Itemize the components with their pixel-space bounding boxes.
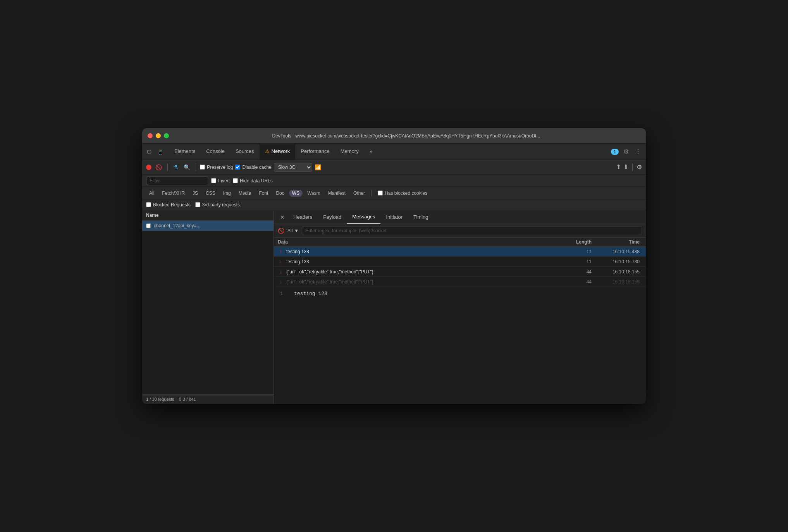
filter-doc[interactable]: Doc <box>273 190 287 197</box>
message-filter-input[interactable] <box>302 227 642 235</box>
disable-cache-label[interactable]: Disable cache <box>235 165 271 170</box>
request-checkbox[interactable] <box>146 223 151 228</box>
preserve-log-label[interactable]: Preserve log <box>200 165 233 170</box>
message-time-3: 16:10:18.156 <box>592 279 642 285</box>
message-row-0[interactable]: ↑ testing 123 11 16:10:15.488 <box>274 247 646 257</box>
request-list-header: Name <box>142 210 274 221</box>
detail-line: 1 testing 123 <box>280 291 640 297</box>
filter-manifest[interactable]: Manifest <box>325 190 349 197</box>
type-filter-bar: All Fetch/XHR JS CSS Img Media Font Doc … <box>142 187 646 199</box>
tab-more[interactable]: » <box>364 144 378 160</box>
message-row-2[interactable]: ↓ {"url":"ok","retryable":true,"method":… <box>274 267 646 277</box>
message-time-2: 16:10:18.155 <box>592 269 642 275</box>
message-detail: 1 testing 123 <box>274 287 646 404</box>
col-header-length: Length <box>553 239 592 245</box>
sub-tab-payload[interactable]: Payload <box>318 210 347 224</box>
invert-checkbox[interactable] <box>211 178 216 183</box>
blocked-requests-checkbox[interactable] <box>146 202 151 207</box>
filter-all[interactable]: All <box>146 190 157 197</box>
filter-ws[interactable]: WS <box>289 190 303 197</box>
tab-sources[interactable]: Sources <box>230 144 260 160</box>
filter-icon[interactable]: ⚗ <box>172 163 180 171</box>
message-row-1[interactable]: ↓ testing 123 11 16:10:15.730 <box>274 257 646 267</box>
disable-cache-checkbox[interactable] <box>235 165 240 170</box>
filter-fetch-xhr[interactable]: Fetch/XHR <box>159 190 188 197</box>
record-button[interactable] <box>146 165 151 170</box>
arrow-up-icon-0: ↑ <box>278 249 284 254</box>
request-item[interactable]: channel_1?api_key=... <box>142 221 274 231</box>
minimize-button[interactable] <box>156 133 161 138</box>
has-blocked-cookies-checkbox[interactable] <box>378 190 383 196</box>
filter-wasm[interactable]: Wasm <box>304 190 323 197</box>
block-filter-icon[interactable]: 🚫 <box>278 228 284 234</box>
detail-line-number: 1 <box>280 291 288 297</box>
filter-img[interactable]: Img <box>220 190 234 197</box>
device-icon[interactable]: 📱 <box>155 147 165 156</box>
wifi-icon[interactable]: 📶 <box>315 164 321 170</box>
toolbar-separator-1 <box>167 163 168 171</box>
message-time-1: 16:10:15.730 <box>592 259 642 264</box>
tab-performance[interactable]: Performance <box>295 144 335 160</box>
hide-data-urls-checkbox[interactable] <box>233 178 238 183</box>
filter-js[interactable]: JS <box>189 190 201 197</box>
filter-font[interactable]: Font <box>256 190 271 197</box>
invert-label[interactable]: Invert <box>211 178 230 184</box>
tab-network[interactable]: ⚠ Network <box>260 144 296 160</box>
tab-memory[interactable]: Memory <box>335 144 364 160</box>
sub-tab-initiator[interactable]: Initiator <box>380 210 408 224</box>
filter-media[interactable]: Media <box>236 190 255 197</box>
secondary-filter-bar: Blocked Requests 3rd-party requests <box>142 199 646 210</box>
message-length-2: 44 <box>553 269 592 275</box>
toolbar-separator-2 <box>196 163 196 171</box>
filter-other[interactable]: Other <box>350 190 368 197</box>
more-menu-icon[interactable]: ⋮ <box>633 146 643 157</box>
request-list-footer: 1 / 30 requests 0 B / 841 <box>142 394 274 404</box>
close-detail-button[interactable]: ✕ <box>277 213 288 222</box>
request-list-empty <box>142 231 274 394</box>
main-content: Name channel_1?api_key=... 1 / 30 reques… <box>142 210 646 404</box>
filter-dropdown[interactable]: All ▼ <box>287 228 299 233</box>
filter-input[interactable] <box>146 177 208 185</box>
close-button[interactable] <box>148 133 153 138</box>
preserve-log-checkbox[interactable] <box>200 165 205 170</box>
detail-panel: ✕ Headers Payload Messages Initiator Tim… <box>274 210 646 404</box>
title-bar: DevTools - www.piesocket.com/websocket-t… <box>142 128 646 144</box>
sub-tab-timing[interactable]: Timing <box>408 210 434 224</box>
message-length-3: 44 <box>553 279 592 285</box>
search-icon[interactable]: 🔍 <box>182 163 192 171</box>
third-party-label[interactable]: 3rd-party requests <box>195 202 240 208</box>
hide-data-urls-label[interactable]: Hide data URLs <box>233 178 273 184</box>
message-row-3[interactable]: ↓ {"url":"ok","retryable":true,"method":… <box>274 277 646 287</box>
request-list: Name channel_1?api_key=... 1 / 30 reques… <box>142 210 274 404</box>
messages-table: Data Length Time ↑ testing 123 11 16:10:… <box>274 238 646 287</box>
cursor-icon[interactable]: ⬡ <box>145 147 153 156</box>
arrow-down-icon-2: ↓ <box>278 269 284 275</box>
has-blocked-cookies-label[interactable]: Has blocked cookies <box>378 190 427 196</box>
message-length-1: 11 <box>553 259 592 264</box>
window-title: DevTools - www.piesocket.com/websocket-t… <box>172 133 640 139</box>
throttle-select[interactable]: Slow 3GFast 3GNo throttlingOffline <box>274 163 312 172</box>
maximize-button[interactable] <box>164 133 169 138</box>
message-data-0: testing 123 <box>286 249 553 254</box>
no-record-icon[interactable]: 🚫 <box>154 163 163 171</box>
tab-console[interactable]: Console <box>201 144 230 160</box>
message-data-3: {"url":"ok","retryable":true,"method":"P… <box>286 279 553 285</box>
settings-icon[interactable]: ⚙ <box>622 146 630 157</box>
toolbar-separator-3 <box>632 163 633 171</box>
tab-icons: ⬡ 📱 <box>145 147 165 156</box>
notification-badge[interactable]: 1 <box>611 149 619 155</box>
chevron-down-icon: ▼ <box>294 228 299 233</box>
network-settings-icon[interactable]: ⚙ <box>637 163 642 171</box>
message-time-0: 16:10:15.488 <box>592 249 642 254</box>
third-party-checkbox[interactable] <box>195 202 200 207</box>
download-icon[interactable]: ⬇ <box>623 163 628 171</box>
sub-tab-messages[interactable]: Messages <box>347 210 380 224</box>
filter-css[interactable]: CSS <box>203 190 219 197</box>
warning-icon: ⚠ <box>265 148 270 154</box>
blocked-requests-label[interactable]: Blocked Requests <box>146 202 191 208</box>
upload-icon[interactable]: ⬆ <box>616 163 621 171</box>
toolbar: 🚫 ⚗ 🔍 Preserve log Disable cache Slow 3G… <box>142 160 646 175</box>
tab-elements[interactable]: Elements <box>169 144 201 160</box>
messages-filter: 🚫 All ▼ <box>274 224 646 238</box>
sub-tab-headers[interactable]: Headers <box>288 210 318 224</box>
